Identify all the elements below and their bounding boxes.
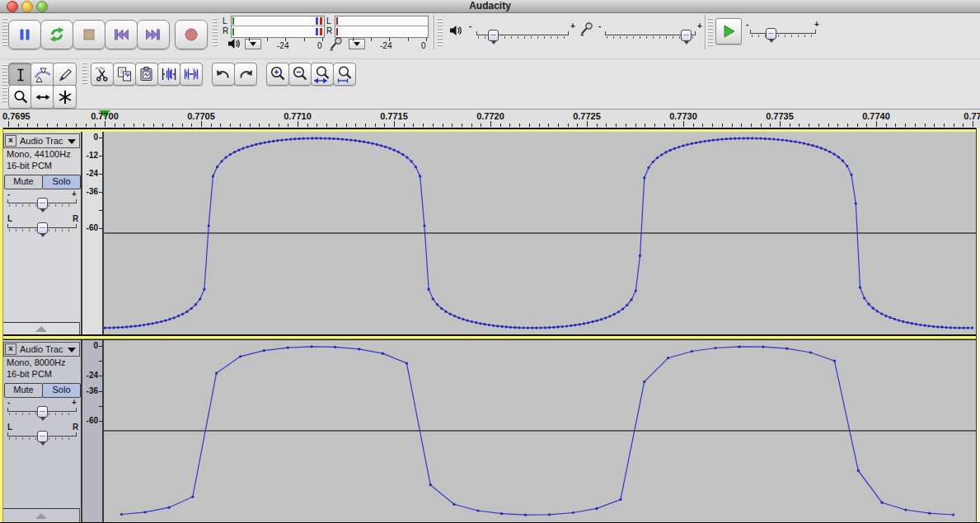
sample-dot <box>809 351 812 353</box>
zoom-tool-button[interactable] <box>8 85 32 109</box>
collapse-up-icon <box>35 326 47 332</box>
track-1-db-ruler[interactable]: 0-12-24-36-60 <box>82 132 104 334</box>
title-bar[interactable]: Audacity <box>0 0 980 13</box>
zoom-in-button[interactable] <box>266 63 289 86</box>
sample-dot <box>191 496 194 498</box>
sample-dot <box>164 320 166 322</box>
sample-dot <box>617 311 620 313</box>
trim-button[interactable] <box>157 63 181 86</box>
track-1-mute-button[interactable]: Mute <box>4 175 43 189</box>
sample-dot <box>716 138 719 141</box>
track-2-close-button[interactable]: × <box>5 343 16 355</box>
tools-grip[interactable] <box>2 64 7 104</box>
input-volume-thumb[interactable] <box>681 30 692 41</box>
timeline-minor-tick <box>568 124 569 127</box>
input-volume-slider[interactable] <box>605 28 696 44</box>
play-at-speed-button[interactable] <box>715 18 742 44</box>
track-2-gain-thumb[interactable] <box>37 406 48 418</box>
play-button[interactable] <box>40 20 73 49</box>
draw-tool-button[interactable] <box>53 63 77 86</box>
sample-dot <box>691 350 693 353</box>
timeline-major-tick <box>8 121 9 127</box>
sample-dot <box>467 320 469 322</box>
track-2-menu-chevron-icon[interactable] <box>68 348 76 353</box>
meter-grip[interactable] <box>213 18 218 48</box>
timeline-ruler[interactable]: 0.76950.77000.77050.77100.77150.77200.77… <box>0 109 980 129</box>
track-area: × Audio Trac Mono, 44100Hz 16-bit PCM Mu… <box>0 128 980 523</box>
track-2-pan-thumb[interactable] <box>37 431 48 442</box>
playback-speed-thumb[interactable] <box>766 28 776 40</box>
undo-button[interactable] <box>212 63 235 86</box>
sample-dot <box>143 324 145 326</box>
stop-button[interactable] <box>73 20 106 49</box>
sample-dot <box>410 160 413 162</box>
sample-dot <box>971 326 973 329</box>
sample-dot <box>173 316 176 319</box>
mixer-grip[interactable] <box>438 18 443 48</box>
silence-button[interactable] <box>180 63 203 86</box>
skip-to-end-button[interactable] <box>137 20 170 49</box>
timeline-minor-tick <box>702 124 703 127</box>
sample-dot <box>855 202 857 204</box>
track-2-gain-slider[interactable] <box>7 404 77 421</box>
sample-dot <box>500 512 503 515</box>
zoom-out-button[interactable] <box>288 63 312 86</box>
record-button[interactable] <box>175 20 208 49</box>
track-1-close-button[interactable]: × <box>5 135 16 147</box>
sample-dot <box>505 325 508 328</box>
fit-project-button[interactable] <box>333 63 356 86</box>
track-2-title-bar[interactable]: × Audio Trac <box>3 342 80 357</box>
input-meter[interactable] <box>335 16 429 38</box>
timeline-minor-tick <box>693 124 694 127</box>
paste-button[interactable] <box>135 63 158 86</box>
fit-selection-button[interactable] <box>311 63 334 86</box>
sample-dot <box>760 138 762 140</box>
sample-dot <box>643 176 645 179</box>
db-ruler-tick <box>99 391 102 392</box>
track-2-collapse-handle[interactable] <box>2 508 80 522</box>
track-2-db-ruler[interactable]: 0-24-36-60 <box>82 340 104 522</box>
output-meter[interactable] <box>231 16 325 38</box>
envelope-tool-button[interactable] <box>30 63 54 86</box>
track-1-gain-thumb[interactable] <box>37 198 48 209</box>
timeline-minor-tick <box>626 124 626 127</box>
output-volume-slider[interactable] <box>476 28 569 44</box>
selection-tool-button[interactable] <box>8 63 32 86</box>
sample-dot <box>647 166 649 169</box>
track-1-pan-thumb[interactable] <box>37 222 48 234</box>
track-1-gain-slider[interactable] <box>7 196 77 212</box>
track-1-pan-slider[interactable] <box>7 221 77 237</box>
track-1-waveform[interactable] <box>104 132 976 334</box>
sample-dot <box>358 348 360 350</box>
track-1-collapse-handle[interactable] <box>2 322 80 334</box>
track-1-title-bar[interactable]: × Audio Trac <box>3 133 80 148</box>
pause-button[interactable] <box>8 20 41 49</box>
transport-grip[interactable] <box>2 18 7 48</box>
timeline-minor-tick <box>809 124 809 127</box>
sample-dot <box>915 323 917 325</box>
timeline-minor-tick <box>509 124 510 127</box>
redo-button[interactable] <box>234 63 257 86</box>
skip-to-start-button[interactable] <box>105 20 138 49</box>
track-1-menu-chevron-icon[interactable] <box>68 139 76 144</box>
time-shift-tool-button[interactable] <box>30 85 54 109</box>
sample-dot <box>712 139 715 142</box>
playback-speed-slider[interactable] <box>750 26 816 43</box>
edit-grip[interactable] <box>82 63 87 84</box>
multi-tool-button[interactable] <box>53 85 77 109</box>
track-2-waveform[interactable] <box>104 340 976 522</box>
sample-dot <box>540 326 542 329</box>
track-2-solo-button[interactable]: Solo <box>42 383 81 398</box>
transcription-grip[interactable] <box>708 18 713 48</box>
cut-button[interactable] <box>91 63 114 86</box>
track-2-pan-slider[interactable] <box>7 429 77 446</box>
copy-button[interactable] <box>113 63 136 86</box>
sample-dot <box>302 138 305 140</box>
timeline-minor-tick <box>799 124 799 127</box>
output-volume-thumb[interactable] <box>488 30 499 41</box>
sample-dot <box>940 326 943 329</box>
sample-dot <box>388 147 391 150</box>
track-1-solo-button[interactable]: Solo <box>42 175 81 189</box>
track-2-mute-button[interactable]: Mute <box>4 383 43 398</box>
sample-dot <box>583 322 585 325</box>
